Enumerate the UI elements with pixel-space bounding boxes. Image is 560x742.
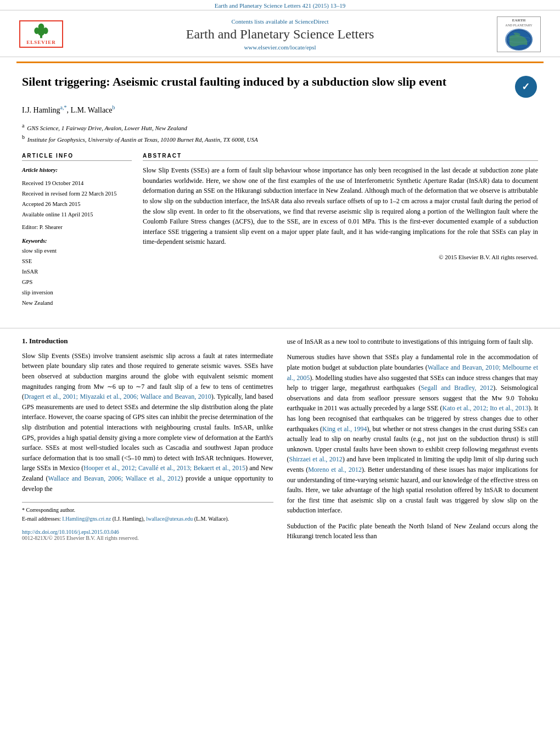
journal-title: Earth and Planetary Science Letters xyxy=(77,27,483,42)
history-label: Article history: xyxy=(22,165,132,175)
journal-url[interactable]: www.elsevier.com/locate/epsl xyxy=(77,44,483,51)
journal-logo: EARTH AND PLANETARY xyxy=(494,15,544,53)
keyword-3: InSAR xyxy=(22,267,132,277)
abstract-header: ABSTRACT xyxy=(143,153,538,161)
issn-text: 0012-821X/© 2015 Elsevier B.V. All right… xyxy=(22,535,273,541)
sciencedirect-link[interactable]: ScienceDirect xyxy=(295,18,329,25)
ref-wallace2006[interactable]: Wallace and Beavan, 2006; Wallace et al.… xyxy=(48,475,181,482)
author2-name: L.M. Wallace xyxy=(71,106,113,114)
ref-king[interactable]: King et al., 1994 xyxy=(322,425,367,433)
crossmark-badge: ✓ xyxy=(513,74,538,99)
keyword-2: SSE xyxy=(22,256,132,267)
ref-kato[interactable]: Kato et al., 2012; Ito et al., 2013 xyxy=(443,404,529,412)
section-divider xyxy=(0,328,560,328)
available-date: Available online 11 April 2015 xyxy=(22,210,132,220)
right-para2: Numerous studies have shown that SSEs pl… xyxy=(287,352,539,516)
article-info-header: ARTICLE INFO xyxy=(22,153,132,161)
article-info-col: ARTICLE INFO Article history: Received 1… xyxy=(22,153,132,309)
elsevier-text: ELSEVIER xyxy=(26,40,56,45)
email1-link[interactable]: I.Hamling@gns.cri.nz xyxy=(62,516,111,522)
article-info-abstract: ARTICLE INFO Article history: Received 1… xyxy=(22,153,538,309)
keywords-header: Keywords: xyxy=(22,238,132,244)
title-row: Silent triggering: Aseismic crustal faul… xyxy=(22,74,538,99)
author1-name: I.J. Hamling xyxy=(22,106,60,114)
right-para3: Subduction of the Pacific plate beneath … xyxy=(287,521,539,542)
body-left-col: 1. Introduction Slow Slip Events (SSEs) … xyxy=(22,337,273,547)
ref-wallace2010[interactable]: Wallace and Beavan, 2010; Melbourne et a… xyxy=(287,364,539,382)
editor-line: Editor: P. Shearer xyxy=(22,222,132,233)
keyword-5: slip inversion xyxy=(22,288,132,298)
keyword-6: New Zealand xyxy=(22,298,132,309)
paper-title: Silent triggering: Aseismic crustal faul… xyxy=(22,74,502,90)
ref-shirzaei[interactable]: Shirzaei et al., 2012 xyxy=(289,455,343,463)
contents-available: Contents lists available at ScienceDirec… xyxy=(77,18,483,25)
intro-title: 1. Introduction xyxy=(22,337,273,345)
crossmark-icon: ✓ xyxy=(515,76,537,98)
body-right-col: use of InSAR as a new tool to contribute… xyxy=(287,337,539,547)
affiliation-a-text: GNS Science, 1 Fairway Drive, Avalon, Lo… xyxy=(27,124,187,131)
author2-sup: b xyxy=(113,104,115,110)
ref-hooper[interactable]: Hooper et al., 2012; Cavallé et al., 201… xyxy=(83,464,245,472)
ref-dragert[interactable]: Dragert et al., 2001; Miyazaki et al., 2… xyxy=(24,393,211,400)
doi-link[interactable]: http://dx.doi.org/10.1016/j.epsl.2015.03… xyxy=(22,529,273,535)
body-two-col: 1. Introduction Slow Slip Events (SSEs) … xyxy=(22,337,538,547)
revised-date: Received in revised form 22 March 2015 xyxy=(22,189,132,199)
section-title-text: Introduction xyxy=(29,337,68,345)
paper-content: Silent triggering: Aseismic crustal faul… xyxy=(0,63,560,320)
history-items: Received 19 October 2014 Received in rev… xyxy=(22,178,132,232)
received-date: Received 19 October 2014 xyxy=(22,178,132,189)
email-note: E-mail addresses: I.Hamling@gns.cri.nz (… xyxy=(22,515,273,523)
copyright-text: © 2015 Elsevier B.V. All rights reserved… xyxy=(143,254,538,260)
ref-moreno[interactable]: Moreno et al., 2012 xyxy=(308,466,361,473)
accepted-date: Accepted 26 March 2015 xyxy=(22,199,132,210)
intro-para1: Slow Slip Events (SSEs) involve transien… xyxy=(22,351,273,494)
elsevier-logo: ELSEVIER xyxy=(16,19,66,49)
affiliations: a GNS Science, 1 Fairway Drive, Avalon, … xyxy=(22,121,538,145)
affiliation-a: a GNS Science, 1 Fairway Drive, Avalon, … xyxy=(22,121,538,133)
journal-header-center: Contents lists available at ScienceDirec… xyxy=(66,18,494,51)
section-number: 1. xyxy=(22,337,27,345)
affiliation-b: b Institute for Geophysics, University o… xyxy=(22,133,538,144)
right-para1: use of InSAR as a new tool to contribute… xyxy=(287,337,539,347)
abstract-text: Slow Slip Events (SSEs) are a form of fa… xyxy=(143,165,538,247)
journal-header: ELSEVIER Contents lists available at Sci… xyxy=(0,10,560,57)
journal-citation: Earth and Planetary Science Letters 421 … xyxy=(0,0,560,10)
svg-point-4 xyxy=(38,24,44,31)
author1-sup: a,* xyxy=(60,104,67,110)
aff-label-a: a xyxy=(22,122,24,129)
abstract-col: ABSTRACT Slow Slip Events (SSEs) are a f… xyxy=(143,153,538,309)
email2-link[interactable]: lwallace@utexas.edu xyxy=(146,516,193,522)
keyword-1: slow slip event xyxy=(22,246,132,256)
footnotes: * Corresponding author. E-mail addresses… xyxy=(22,502,273,523)
keywords-list: slow slip event SSE InSAR GPS slip inver… xyxy=(22,246,132,308)
globe-icon xyxy=(505,29,533,51)
doi-section: http://dx.doi.org/10.1016/j.epsl.2015.03… xyxy=(22,529,273,541)
aff-label-b: b xyxy=(22,134,25,140)
body-section: 1. Introduction Slow Slip Events (SSEs) … xyxy=(0,337,560,558)
ref-segall[interactable]: Segall and Bradley, 2012 xyxy=(421,384,493,392)
authors-line: I.J. Hamlinga,*, L.M. Wallaceb xyxy=(22,104,538,115)
affiliation-b-text: Institute for Geophysics, University of … xyxy=(27,136,258,143)
corresponding-note: * Corresponding author. xyxy=(22,506,273,515)
keyword-4: GPS xyxy=(22,277,132,288)
citation-text: Earth and Planetary Science Letters 421 … xyxy=(215,2,346,9)
